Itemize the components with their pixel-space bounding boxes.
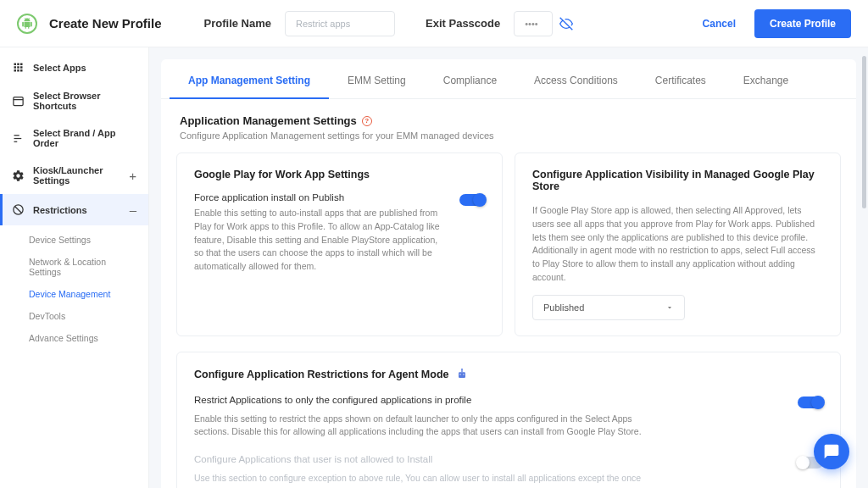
google-play-card: Google Play for Work App Settings Force … [176, 152, 503, 336]
expand-icon: + [129, 169, 136, 183]
exit-passcode-label: Exit Passcode [426, 17, 500, 30]
svg-point-9 [460, 374, 461, 374]
select-value: Published [543, 302, 584, 313]
sidebar-item-label: Kiosk/Launcher Settings [33, 165, 120, 186]
profile-name-input[interactable] [285, 11, 395, 36]
create-profile-button[interactable]: Create Profile [754, 9, 851, 38]
force-install-label: Force application install on Publish [194, 192, 449, 202]
gear-icon [12, 169, 25, 182]
sidebar: Select Apps Select Browser Shortcuts Sel… [0, 47, 149, 488]
svg-point-10 [464, 374, 465, 374]
card-title: Google Play for Work App Settings [194, 169, 485, 180]
tab-exchange[interactable]: Exchange [725, 59, 807, 98]
tab-certificates[interactable]: Certificates [637, 59, 725, 98]
sidebar-sub-advance-settings[interactable]: Advance Settings [0, 327, 148, 349]
svg-point-12 [461, 369, 463, 370]
tab-bar: App Management Setting EMM Setting Compl… [161, 59, 856, 99]
sidebar-item-browser-shortcuts[interactable]: Select Browser Shortcuts [0, 82, 148, 119]
cancel-button[interactable]: Cancel [703, 18, 736, 30]
sidebar-item-label: Select Browser Shortcuts [33, 91, 136, 111]
collapse-icon: – [130, 202, 136, 217]
exit-passcode-input[interactable]: •••• [514, 11, 553, 36]
tab-access-conditions[interactable]: Access Conditions [515, 59, 637, 98]
tab-compliance[interactable]: Compliance [425, 59, 515, 98]
card-title: Configure Application Visibility in Mana… [532, 169, 823, 192]
top-bar: Create New Profile Profile Name Exit Pas… [0, 0, 868, 47]
page-title: Create New Profile [49, 16, 162, 30]
visibility-select[interactable]: Published [532, 295, 685, 320]
sidebar-sub-device-settings[interactable]: Device Settings [0, 229, 148, 251]
apps-icon [12, 61, 25, 74]
android-icon [21, 18, 33, 30]
chat-fab[interactable] [814, 434, 849, 469]
robot-icon [455, 368, 469, 381]
browser-icon [12, 95, 25, 108]
force-install-toggle[interactable] [459, 194, 485, 206]
sidebar-sub-devtools[interactable]: DevTools [0, 305, 148, 327]
eye-off-icon[interactable] [559, 17, 573, 30]
scrollbar[interactable] [860, 51, 868, 488]
restrict-apps-toggle[interactable] [798, 396, 823, 408]
section-title: Application Management Settings ? [180, 114, 837, 127]
list-icon [12, 132, 25, 145]
main-content: App Management Setting EMM Setting Compl… [149, 47, 868, 488]
sidebar-item-brand-order[interactable]: Select Brand / App Order [0, 119, 148, 157]
svg-rect-1 [14, 97, 23, 105]
restrict-apps-label: Restrict Applications to only the config… [194, 395, 798, 405]
tab-app-management[interactable]: App Management Setting [170, 59, 329, 98]
svg-rect-8 [459, 372, 465, 378]
profile-name-label: Profile Name [204, 17, 271, 30]
visibility-card: Configure Application Visibility in Mana… [515, 152, 841, 336]
sidebar-sub-network-location[interactable]: Network & Location Settings [0, 251, 148, 283]
disallow-install-label: Configure Applications that user is not … [194, 454, 798, 464]
agent-mode-card: Configure Application Restrictions for A… [176, 352, 841, 489]
svg-line-7 [14, 206, 21, 213]
disallow-install-desc: Use this section to configure exception … [194, 472, 666, 488]
sidebar-item-kiosk-settings[interactable]: Kiosk/Launcher Settings + [0, 157, 148, 194]
sidebar-item-label: Restrictions [33, 205, 87, 215]
chat-icon [823, 443, 840, 460]
sidebar-item-label: Select Brand / App Order [33, 128, 136, 148]
sidebar-item-select-apps[interactable]: Select Apps [0, 53, 148, 82]
chevron-down-icon [665, 303, 674, 312]
help-icon[interactable]: ? [362, 116, 372, 126]
force-install-desc: Enable this setting to auto-install apps… [194, 207, 449, 274]
brand-logo [17, 14, 37, 34]
visibility-desc: If Google Play Store app is allowed, the… [532, 204, 823, 285]
tab-emm-setting[interactable]: EMM Setting [329, 59, 425, 98]
restrict-apps-desc: Enable this setting to restrict the apps… [194, 413, 666, 440]
section-subtitle: Configure Application Management setting… [180, 130, 837, 141]
sidebar-item-label: Select Apps [33, 63, 86, 73]
sidebar-item-restrictions[interactable]: Restrictions – [0, 194, 148, 225]
sidebar-sub-device-management[interactable]: Device Management [0, 283, 148, 305]
block-icon [12, 203, 25, 216]
card-title: Configure Application Restrictions for A… [194, 368, 823, 381]
